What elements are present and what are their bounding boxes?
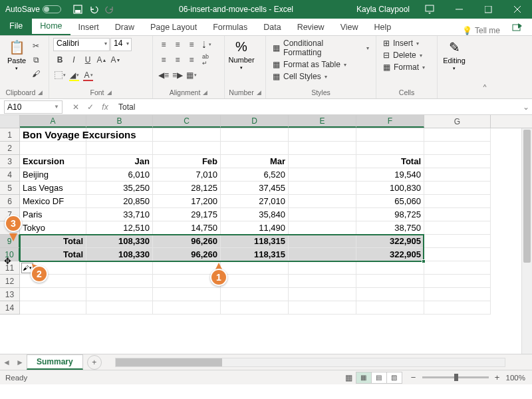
tab-draw[interactable]: Draw xyxy=(107,19,142,35)
col-header-b[interactable]: B xyxy=(86,115,153,128)
horizontal-scrollbar[interactable] xyxy=(102,358,532,367)
align-middle-button[interactable]: ≡ xyxy=(171,38,184,51)
cell[interactable] xyxy=(86,142,153,155)
cell[interactable] xyxy=(20,288,86,301)
tab-view[interactable]: View xyxy=(332,19,366,35)
cell[interactable]: Mexico DF xyxy=(20,195,86,208)
cell[interactable]: Las Vegas xyxy=(20,182,86,195)
row-header[interactable]: 3 xyxy=(0,155,20,168)
delete-cells-button[interactable]: ⊟Delete▾ xyxy=(380,50,428,61)
undo-button[interactable] xyxy=(86,2,101,17)
cell[interactable] xyxy=(289,248,356,261)
cell[interactable] xyxy=(424,168,491,182)
cell[interactable]: 14,750 xyxy=(153,221,221,235)
row-header[interactable]: 4 xyxy=(0,168,20,182)
cancel-formula-button[interactable]: ✕ xyxy=(69,102,82,112)
cell[interactable]: 322,905 xyxy=(356,235,424,248)
format-as-table-button[interactable]: ▦Format as Table▾ xyxy=(270,59,372,70)
cell[interactable] xyxy=(289,235,356,248)
tab-home[interactable]: Home xyxy=(32,18,70,35)
cell[interactable] xyxy=(86,301,153,315)
cell[interactable] xyxy=(424,261,491,275)
cell[interactable] xyxy=(289,128,356,142)
align-top-button[interactable]: ≡ xyxy=(157,38,170,51)
cell[interactable] xyxy=(86,128,153,142)
cell[interactable]: Bon Voyage Excursions xyxy=(20,128,86,142)
increase-font-button[interactable]: A▲ xyxy=(95,53,108,66)
cell[interactable] xyxy=(424,182,491,195)
cell[interactable] xyxy=(424,208,491,221)
cell[interactable] xyxy=(153,288,221,301)
cell[interactable] xyxy=(356,261,424,275)
cell[interactable] xyxy=(424,248,491,261)
font-size-select[interactable]: 14 xyxy=(110,38,132,51)
cell[interactable] xyxy=(289,182,356,195)
cell[interactable]: 100,830 xyxy=(356,182,424,195)
insert-function-button[interactable]: fx xyxy=(98,102,112,112)
cell[interactable] xyxy=(221,301,289,315)
increase-indent-button[interactable]: ≡▶ xyxy=(171,68,184,82)
vertical-scrollbar[interactable] xyxy=(521,128,532,354)
col-header-g[interactable]: G xyxy=(424,115,491,128)
cell[interactable]: Beijing xyxy=(20,168,86,182)
cell[interactable] xyxy=(356,142,424,155)
row-header[interactable]: 14 xyxy=(0,301,20,315)
redo-button[interactable] xyxy=(102,2,117,17)
insert-cells-button[interactable]: ⊞Insert▾ xyxy=(380,38,428,49)
sheet-tab-summary[interactable]: Summary xyxy=(27,354,83,370)
normal-view-button[interactable]: ▦ xyxy=(356,372,372,384)
cell[interactable]: 37,455 xyxy=(221,182,289,195)
cell[interactable] xyxy=(289,221,356,235)
cell[interactable]: 12,510 xyxy=(86,221,153,235)
col-header-d[interactable]: D xyxy=(221,115,289,128)
cell[interactable]: 96,260 xyxy=(153,235,221,248)
page-layout-view-button[interactable]: ▤ xyxy=(371,372,387,384)
copy-button[interactable]: ⧉ xyxy=(29,53,43,66)
cell[interactable] xyxy=(86,275,153,288)
cell[interactable] xyxy=(289,261,356,275)
cell[interactable] xyxy=(20,142,86,155)
cell[interactable]: 29,175 xyxy=(153,208,221,221)
decrease-indent-button[interactable]: ◀≡ xyxy=(157,68,170,82)
cell[interactable] xyxy=(424,195,491,208)
zoom-level[interactable]: 100% xyxy=(506,374,525,382)
cell[interactable] xyxy=(289,195,356,208)
cell[interactable]: Excursion xyxy=(20,155,86,168)
cell[interactable] xyxy=(221,142,289,155)
user-name[interactable]: Kayla Claypool xyxy=(351,5,415,14)
paste-button[interactable]: 📋 Paste ▾ xyxy=(4,38,29,72)
zoom-in-button[interactable]: + xyxy=(493,372,502,382)
bold-button[interactable]: B xyxy=(53,53,66,66)
cell[interactable]: Jan xyxy=(86,155,153,168)
font-dialog-launcher[interactable]: ◢ xyxy=(107,89,112,96)
cell[interactable] xyxy=(356,275,424,288)
row-header[interactable]: 10 xyxy=(0,248,20,261)
scrollbar-thumb[interactable] xyxy=(523,130,531,263)
cell[interactable] xyxy=(424,142,491,155)
align-right-button[interactable]: ≡ xyxy=(185,53,198,66)
cell[interactable] xyxy=(289,155,356,168)
cell[interactable]: 28,125 xyxy=(153,182,221,195)
scrollbar-thumb[interactable] xyxy=(116,358,222,366)
enter-formula-button[interactable]: ✓ xyxy=(84,102,97,112)
page-break-view-button[interactable]: ▧ xyxy=(386,372,402,384)
cell[interactable]: Feb xyxy=(153,155,221,168)
editing-button[interactable]: ✎ Editing ▾ xyxy=(442,38,467,72)
format-cells-button[interactable]: ▦Format▾ xyxy=(380,62,428,72)
row-header[interactable]: 1 xyxy=(0,128,20,142)
row-header[interactable]: 12 xyxy=(0,275,20,288)
cell[interactable] xyxy=(20,301,86,315)
cell[interactable] xyxy=(289,168,356,182)
cell[interactable]: 19,540 xyxy=(356,168,424,182)
row-header[interactable]: 2 xyxy=(0,142,20,155)
cell[interactable] xyxy=(424,155,491,168)
cell[interactable]: 38,750 xyxy=(356,221,424,235)
col-header-e[interactable]: E xyxy=(289,115,356,128)
conditional-formatting-button[interactable]: ▦Conditional Formatting▾ xyxy=(270,38,372,58)
file-tab[interactable]: File xyxy=(0,18,32,35)
collapse-ribbon-button[interactable]: ˄ xyxy=(482,83,487,96)
cell[interactable] xyxy=(289,301,356,315)
row-header[interactable]: 13 xyxy=(0,288,20,301)
cell[interactable]: Total xyxy=(20,248,86,261)
cell[interactable] xyxy=(20,275,86,288)
